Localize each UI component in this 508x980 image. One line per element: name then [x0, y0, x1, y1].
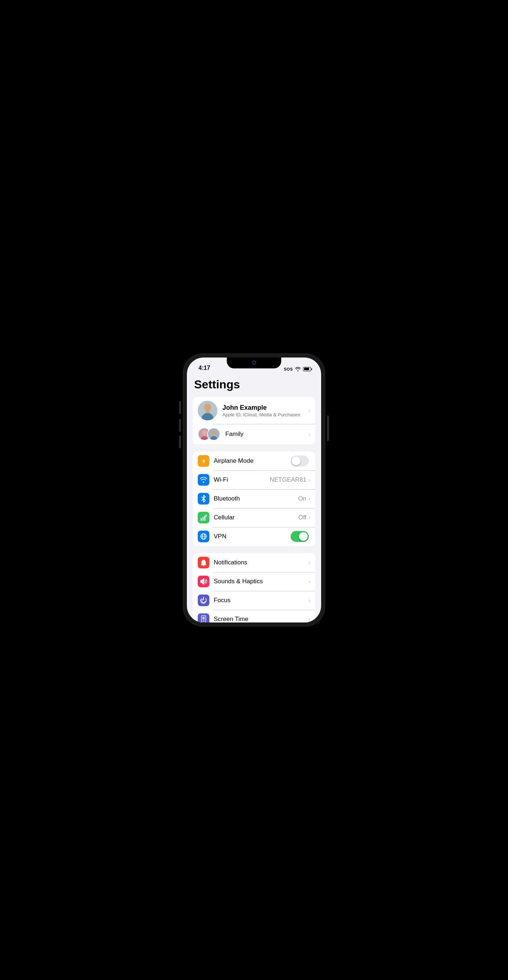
svg-rect-7 — [203, 434, 205, 436]
user-avatar — [198, 401, 217, 420]
airplane-mode-row[interactable]: ✈ Airplane Mode — [193, 452, 315, 470]
family-label-group: Family — [225, 431, 308, 438]
sounds-haptics-label-group: Sounds & Haptics — [214, 578, 308, 585]
wifi-label: Wi-Fi — [214, 476, 270, 484]
vpn-toggle[interactable] — [291, 531, 309, 542]
vpn-row[interactable]: VPN — [193, 527, 315, 546]
sounds-haptics-row[interactable]: Sounds & Haptics › — [193, 572, 315, 591]
cellular-label: Cellular — [214, 514, 298, 521]
cellular-icon — [198, 512, 210, 523]
sounds-haptics-icon — [198, 576, 210, 587]
notifications-chevron: › — [308, 560, 310, 565]
screen-time-icon — [198, 613, 210, 622]
svg-rect-20 — [200, 580, 202, 583]
sounds-haptics-chevron: › — [308, 579, 310, 584]
vpn-label-group: VPN — [214, 533, 291, 540]
vpn-toggle-knob — [299, 532, 308, 541]
screen-time-label: Screen Time — [214, 616, 308, 622]
family-row[interactable]: Family › — [193, 424, 315, 444]
wifi-icon — [198, 474, 210, 486]
bluetooth-row[interactable]: Bluetooth On › — [193, 489, 315, 508]
screen-time-chevron: › — [308, 616, 310, 622]
account-chevron: › — [308, 407, 310, 414]
airplane-mode-toggle[interactable] — [291, 455, 309, 466]
wifi-value: NETGEAR81 — [270, 476, 306, 484]
wifi-row[interactable]: Wi-Fi NETGEAR81 › — [193, 470, 315, 489]
focus-label: Focus — [214, 597, 308, 604]
airplane-mode-toggle-knob — [292, 457, 300, 465]
notifications-row[interactable]: Notifications › — [193, 553, 315, 572]
battery-fill — [304, 368, 309, 370]
svg-rect-11 — [213, 434, 214, 436]
focus-chevron: › — [308, 597, 310, 603]
airplane-label-group: Airplane Mode — [214, 457, 291, 465]
family-label: Family — [225, 431, 308, 438]
notch — [227, 358, 281, 368]
account-row[interactable]: John Example Apple ID, iCloud, Media & P… — [193, 397, 315, 424]
svg-rect-22 — [202, 617, 205, 620]
cellular-value: Off — [298, 514, 306, 521]
account-section: John Example Apple ID, iCloud, Media & P… — [193, 397, 315, 444]
family-avatars — [198, 428, 220, 441]
svg-rect-13 — [202, 517, 203, 521]
account-label-group: John Example Apple ID, iCloud, Media & P… — [222, 404, 308, 417]
focus-row[interactable]: Focus › — [193, 591, 315, 610]
connectivity-section: ✈ Airplane Mode — [193, 452, 315, 546]
bluetooth-label: Bluetooth — [214, 495, 298, 502]
cellular-label-group: Cellular — [214, 514, 298, 521]
bluetooth-chevron: › — [308, 496, 310, 502]
user-sublabel: Apple ID, iCloud, Media & Purchases — [222, 412, 308, 417]
battery-icon — [303, 367, 311, 371]
airplane-mode-icon: ✈ — [198, 455, 210, 467]
svg-point-9 — [211, 430, 216, 434]
phone-screen: 4:17 SOS Settings — [187, 358, 321, 622]
wifi-label-group: Wi-Fi — [214, 476, 270, 484]
cellular-row[interactable]: Cellular Off › — [193, 508, 315, 527]
notifications-label: Notifications — [214, 559, 308, 566]
svg-rect-3 — [206, 410, 210, 413]
bluetooth-icon — [198, 493, 210, 504]
family-chevron: › — [308, 431, 310, 437]
bluetooth-value: On — [298, 495, 306, 502]
wifi-chevron: › — [308, 477, 310, 483]
user-avatar-image — [198, 401, 217, 420]
notifications-label-group: Notifications — [214, 559, 308, 566]
front-camera — [252, 360, 256, 365]
family-avatar-2 — [207, 428, 220, 441]
settings-scroll-view[interactable]: Settings — [187, 374, 321, 622]
focus-label-group: Focus — [214, 597, 308, 604]
wifi-status-icon — [295, 367, 301, 371]
svg-rect-12 — [201, 518, 202, 521]
screen-time-label-group: Screen Time — [214, 616, 308, 622]
svg-point-5 — [202, 430, 206, 434]
notifications-section: Notifications › Soun — [193, 553, 315, 622]
status-indicators: SOS — [284, 367, 311, 371]
focus-icon — [198, 595, 210, 606]
svg-point-1 — [204, 404, 211, 411]
sos-indicator: SOS — [284, 367, 293, 371]
phone-frame: 4:17 SOS Settings — [183, 354, 325, 626]
vpn-label: VPN — [214, 533, 291, 540]
user-name: John Example — [222, 404, 308, 412]
cellular-chevron: › — [308, 515, 310, 520]
vpn-icon — [198, 531, 210, 542]
bluetooth-label-group: Bluetooth — [214, 495, 298, 502]
notifications-icon — [198, 557, 210, 568]
sounds-haptics-label: Sounds & Haptics — [214, 578, 308, 585]
status-time: 4:17 — [197, 365, 210, 371]
page-title: Settings — [187, 374, 321, 397]
svg-rect-23 — [202, 620, 205, 622]
airplane-mode-label: Airplane Mode — [214, 457, 291, 465]
screen-time-row[interactable]: Screen Time › — [193, 610, 315, 622]
